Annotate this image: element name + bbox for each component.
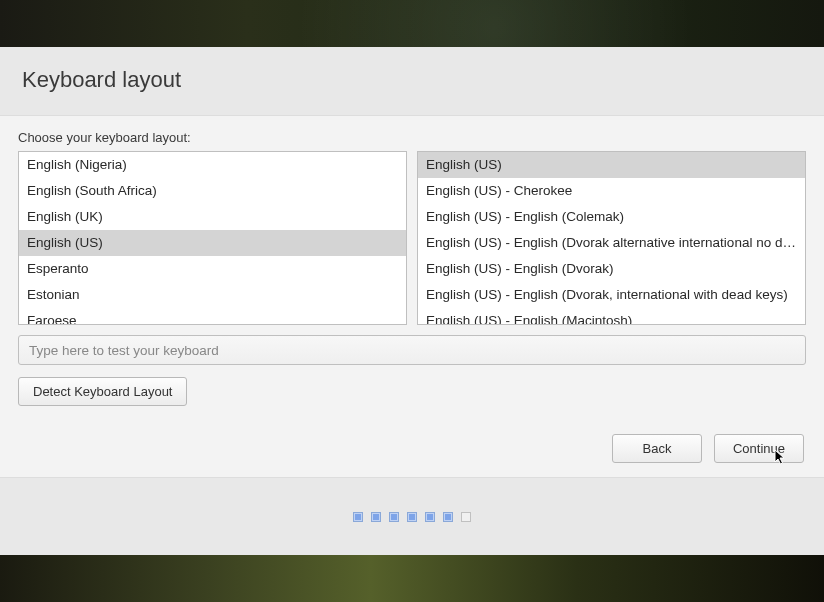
list-item[interactable]: English (US) - English (Dvorak alternati… — [418, 230, 805, 256]
progress-dot — [407, 512, 417, 522]
continue-button[interactable]: Continue — [714, 434, 804, 463]
detect-keyboard-button[interactable]: Detect Keyboard Layout — [18, 377, 187, 406]
background-bottom — [0, 555, 824, 602]
test-row — [18, 335, 806, 365]
progress-indicator — [0, 477, 824, 555]
installer-panel: Keyboard layout Choose your keyboard lay… — [0, 47, 824, 555]
list-item[interactable]: English (US) - English (Dvorak, internat… — [418, 282, 805, 308]
detect-row: Detect Keyboard Layout — [18, 377, 806, 406]
list-item[interactable]: English (Nigeria) — [19, 152, 406, 178]
page-title: Keyboard layout — [22, 67, 802, 93]
layout-prompt: Choose your keyboard layout: — [18, 130, 806, 145]
list-item[interactable]: English (South Africa) — [19, 178, 406, 204]
progress-dot — [371, 512, 381, 522]
list-item[interactable]: Faroese — [19, 308, 406, 325]
layout-lists: English (Nigeria)English (South Africa)E… — [18, 151, 806, 325]
page-header: Keyboard layout — [0, 47, 824, 116]
nav-buttons: Back Continue — [18, 434, 806, 463]
list-item[interactable]: English (US) - Cherokee — [418, 178, 805, 204]
list-item[interactable]: Estonian — [19, 282, 406, 308]
back-button[interactable]: Back — [612, 434, 702, 463]
progress-dot — [353, 512, 363, 522]
list-item[interactable]: English (US) - English (Colemak) — [418, 204, 805, 230]
list-item[interactable]: Esperanto — [19, 256, 406, 282]
list-item[interactable]: English (US) - English (Macintosh) — [418, 308, 805, 325]
background-top — [0, 0, 824, 47]
list-item[interactable]: English (UK) — [19, 204, 406, 230]
keyboard-test-input[interactable] — [18, 335, 806, 365]
progress-dot — [389, 512, 399, 522]
page-content: Choose your keyboard layout: English (Ni… — [0, 116, 824, 477]
variant-listbox[interactable]: English (US)English (US) - CherokeeEngli… — [417, 151, 806, 325]
list-item[interactable]: English (US) - English (Dvorak) — [418, 256, 805, 282]
list-item[interactable]: English (US) — [19, 230, 406, 256]
progress-dot — [443, 512, 453, 522]
progress-dot — [461, 512, 471, 522]
progress-dot — [425, 512, 435, 522]
list-item[interactable]: English (US) — [418, 152, 805, 178]
language-listbox[interactable]: English (Nigeria)English (South Africa)E… — [18, 151, 407, 325]
